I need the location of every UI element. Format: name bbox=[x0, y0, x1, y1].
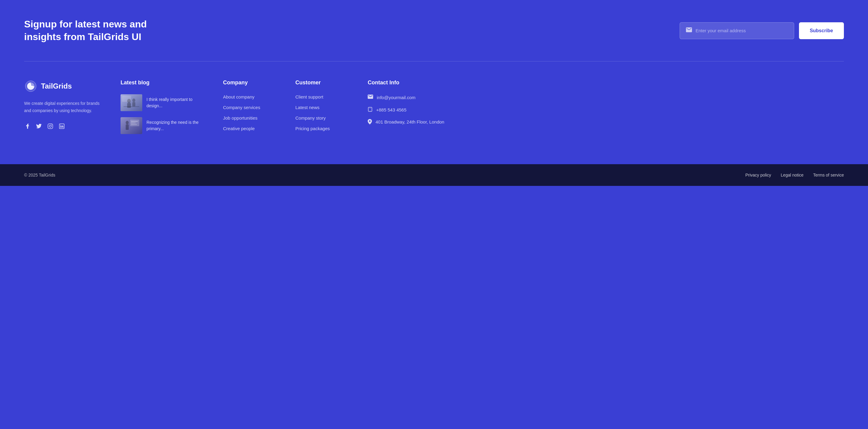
brand-logo: TailGrids bbox=[24, 79, 102, 93]
newsletter-right: Subscribe bbox=[680, 22, 844, 39]
company-heading: Company bbox=[223, 79, 277, 86]
svg-point-2 bbox=[52, 124, 52, 125]
customer-column: Customer Client support Latest news Comp… bbox=[296, 79, 350, 136]
newsletter-section: Signup for latest news and insights from… bbox=[0, 0, 868, 61]
linkedin-link[interactable] bbox=[59, 123, 65, 130]
customer-link-2[interactable]: Company story bbox=[296, 116, 350, 121]
company-column: Company About company Company services J… bbox=[223, 79, 277, 136]
blog-column: Latest blog bbox=[121, 79, 205, 140]
brand-name: TailGrids bbox=[41, 82, 72, 90]
social-links bbox=[24, 123, 102, 130]
blog-text-1: I think really important to design... bbox=[147, 96, 205, 109]
privacy-policy-link[interactable]: Privacy policy bbox=[745, 173, 771, 177]
contact-phone-icon bbox=[368, 107, 373, 113]
legal-notice-link[interactable]: Legal notice bbox=[781, 173, 804, 177]
contact-address-item: 401 Broadway, 24th Floor, London bbox=[368, 119, 844, 126]
customer-link-3[interactable]: Pricing packages bbox=[296, 126, 350, 131]
email-icon bbox=[686, 27, 692, 34]
email-input-wrapper bbox=[680, 22, 794, 39]
brand-icon bbox=[24, 79, 37, 93]
blog-text-2: Recognizing the need is the primary... bbox=[147, 119, 205, 132]
customer-heading: Customer bbox=[296, 79, 350, 86]
company-link-0[interactable]: About company bbox=[223, 94, 277, 99]
contact-email-item: info@yourmail.com bbox=[368, 94, 844, 101]
svg-rect-7 bbox=[127, 103, 131, 108]
facebook-link[interactable] bbox=[24, 123, 31, 130]
blog-item-2[interactable]: Recognizing the need is the primary... bbox=[121, 117, 205, 134]
email-input[interactable] bbox=[695, 28, 788, 33]
contact-address: 401 Broadway, 24th Floor, London bbox=[375, 119, 444, 126]
company-link-1[interactable]: Company services bbox=[223, 105, 277, 110]
svg-rect-0 bbox=[48, 124, 53, 129]
brand-description: We create digital experiences for brands… bbox=[24, 100, 102, 114]
contact-email-icon bbox=[368, 95, 373, 100]
customer-link-0[interactable]: Client support bbox=[296, 94, 350, 99]
svg-rect-11 bbox=[122, 96, 131, 102]
contact-email: info@yourmail.com bbox=[377, 94, 415, 101]
brand-column: TailGrids We create digital experiences … bbox=[24, 79, 102, 130]
contact-phone: +885 543 4565 bbox=[376, 107, 407, 113]
svg-point-14 bbox=[126, 121, 129, 124]
svg-rect-9 bbox=[132, 102, 135, 106]
company-link-2[interactable]: Job opportunities bbox=[223, 116, 277, 121]
footer-main: TailGrids We create digital experiences … bbox=[0, 62, 868, 164]
twitter-link[interactable] bbox=[36, 123, 42, 130]
newsletter-heading: Signup for latest news and insights from… bbox=[24, 18, 175, 43]
blog-thumb-1 bbox=[121, 94, 142, 111]
svg-point-8 bbox=[132, 99, 135, 102]
blog-item-1[interactable]: I think really important to design... bbox=[121, 94, 205, 111]
svg-rect-10 bbox=[124, 106, 139, 107]
terms-of-service-link[interactable]: Terms of service bbox=[813, 173, 844, 177]
blog-thumb-2 bbox=[121, 117, 142, 134]
blog-heading: Latest blog bbox=[121, 79, 205, 86]
bottom-bar: © 2025 TailGrids Privacy policy Legal no… bbox=[0, 164, 868, 186]
subscribe-button[interactable]: Subscribe bbox=[799, 22, 844, 39]
customer-link-1[interactable]: Latest news bbox=[296, 105, 350, 110]
svg-point-1 bbox=[50, 125, 52, 127]
bottom-links: Privacy policy Legal notice Terms of ser… bbox=[745, 173, 844, 177]
contact-column: Contact Info info@yourmail.com +885 543 … bbox=[368, 79, 844, 131]
contact-address-icon bbox=[368, 119, 372, 126]
svg-point-21 bbox=[370, 110, 370, 111]
contact-heading: Contact Info bbox=[368, 79, 844, 86]
instagram-link[interactable] bbox=[47, 123, 54, 130]
svg-rect-15 bbox=[126, 124, 129, 130]
copyright-text: © 2025 TailGrids bbox=[24, 173, 55, 177]
contact-phone-item: +885 543 4565 bbox=[368, 107, 844, 113]
company-link-3[interactable]: Creative people bbox=[223, 126, 277, 131]
